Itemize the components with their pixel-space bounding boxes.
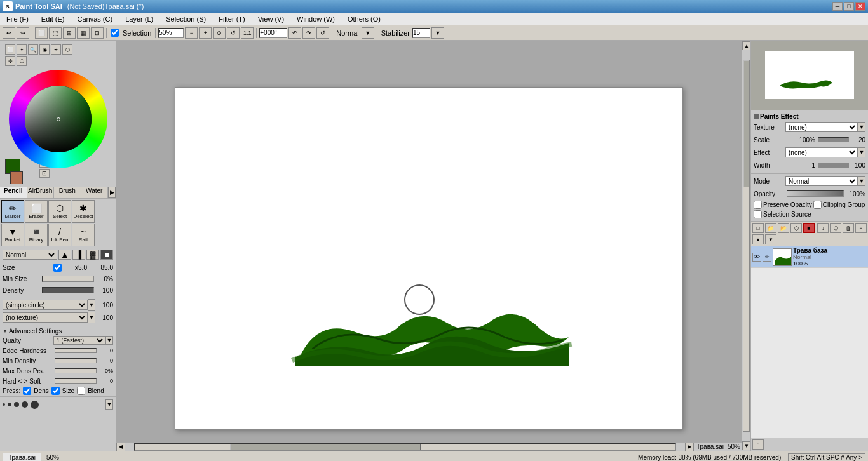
brush-shape-2[interactable]: ▐ xyxy=(72,250,85,260)
texture-effect-dropdown[interactable]: ▼ xyxy=(858,122,865,132)
rotation-input[interactable] xyxy=(259,28,287,38)
reset-colors-btn[interactable]: ⊡ xyxy=(39,169,50,178)
menu-window[interactable]: Window (W) xyxy=(293,14,339,24)
tab-pencil[interactable]: Pencil xyxy=(0,187,27,198)
duplicate-btn[interactable]: ⬡ xyxy=(830,223,841,233)
merge-down-btn[interactable]: ↓ xyxy=(817,223,829,233)
layer-extra-btn[interactable]: ⬡ xyxy=(790,223,802,233)
zoom-plus-btn[interactable]: + xyxy=(199,27,212,39)
color-square[interactable] xyxy=(25,86,92,152)
toolbar-btn-3[interactable]: ⬜ xyxy=(35,27,48,39)
menu-filter[interactable]: Filter (T) xyxy=(215,14,249,24)
width-bar[interactable] xyxy=(818,163,849,168)
document-tab[interactable]: Трава.sai xyxy=(3,453,41,462)
brush-mode-select[interactable]: Normal xyxy=(3,250,57,260)
move-tool[interactable]: ✛ xyxy=(5,56,15,66)
texture-effect-select[interactable]: (none) xyxy=(785,122,858,132)
nav-home-btn[interactable]: ⌂ xyxy=(752,439,764,450)
mode-select[interactable]: Normal xyxy=(785,176,858,186)
opacity-bar[interactable] xyxy=(787,190,844,197)
transform-tool[interactable]: ⬡ xyxy=(17,56,27,66)
tool-inkpen[interactable]: / Ink Pen xyxy=(48,224,71,246)
hard-soft-bar[interactable] xyxy=(55,378,97,384)
stabilizer-input[interactable] xyxy=(412,28,430,38)
selection-checkbox[interactable] xyxy=(111,29,119,37)
menu-others[interactable]: Others (O) xyxy=(344,14,384,24)
canvas-wrapper[interactable] xyxy=(116,41,742,442)
layer-visibility[interactable]: 👁 xyxy=(752,253,761,262)
effect-select[interactable]: (none) xyxy=(785,147,858,157)
tool-raft[interactable]: ~ Raft xyxy=(72,224,95,246)
toolbar-btn-4[interactable]: ⬚ xyxy=(49,27,62,39)
tool-scroll-btn[interactable]: ▶ xyxy=(108,187,116,198)
rot-reset-btn[interactable]: ↺ xyxy=(316,27,329,39)
brush-type-select[interactable]: (simple circle) xyxy=(3,300,88,310)
menu-layer[interactable]: Layer (L) xyxy=(121,14,157,24)
zoom-minus-btn[interactable]: − xyxy=(185,27,198,39)
h-scroll-left-btn[interactable]: ◀ xyxy=(116,443,125,451)
size-dot-3[interactable] xyxy=(14,402,19,407)
tool-deselect[interactable]: ✱ Deselect xyxy=(72,200,95,223)
color-tool-5[interactable]: ✒ xyxy=(51,44,61,55)
toolbar-btn-2[interactable]: ↪ xyxy=(17,27,29,39)
h-scroll-thumb[interactable] xyxy=(230,444,421,450)
stabilizer-dropdown[interactable]: ▼ xyxy=(431,27,444,39)
layer-menu-btn[interactable]: ≡ xyxy=(855,223,867,233)
preserve-opacity-checkbox[interactable] xyxy=(754,201,762,209)
toolbar-btn-5[interactable]: ⊞ xyxy=(63,27,76,39)
blend-checkbox[interactable] xyxy=(77,387,85,395)
color-tool-6[interactable]: ⬡ xyxy=(62,44,72,55)
size-dot-2[interactable] xyxy=(8,403,11,406)
tool-binary[interactable]: ◾ Binary xyxy=(25,224,48,246)
new-layer-btn[interactable]: □ xyxy=(752,223,764,233)
v-scroll-thumb[interactable] xyxy=(743,60,749,187)
scale-bar[interactable] xyxy=(818,137,849,142)
h-scroll-right-btn[interactable]: ▶ xyxy=(685,443,694,451)
mode-select-dropdown[interactable]: ▼ xyxy=(858,176,865,186)
effect-dropdown[interactable]: ▼ xyxy=(858,147,865,157)
delete-btn[interactable]: 🗑 xyxy=(843,223,854,233)
tab-water[interactable]: Water xyxy=(81,187,109,198)
menu-view[interactable]: View (V) xyxy=(254,14,288,24)
size-dots-scroll[interactable]: ▼ xyxy=(105,399,113,410)
zoom-reset-btn[interactable]: ↺ xyxy=(227,27,240,39)
size-check2[interactable] xyxy=(51,387,60,395)
tool-bucket[interactable]: ▼ Bucket xyxy=(1,224,24,246)
quality-dropdown[interactable]: ▼ xyxy=(105,336,113,345)
v-scroll-track[interactable] xyxy=(743,60,750,432)
zoom-100-btn[interactable]: 1:1 xyxy=(241,27,254,39)
layer-lock[interactable]: ✏ xyxy=(763,253,771,262)
new-folder-btn[interactable]: 📁 xyxy=(765,223,776,233)
brush-shape-1[interactable]: ▲ xyxy=(58,250,71,260)
quality-select[interactable]: 1 (Fastest) xyxy=(53,336,105,345)
maximize-button[interactable]: □ xyxy=(844,2,854,11)
menu-file[interactable]: File (F) xyxy=(3,14,32,24)
color-tool-4[interactable]: ◉ xyxy=(39,44,50,55)
color-tool-1[interactable]: ⬜ xyxy=(5,44,15,55)
layer-item[interactable]: 👁 ✏ Трава база Normal 100% xyxy=(751,246,868,268)
tool-marker[interactable]: ✏ Marker xyxy=(1,200,24,223)
texture-type-select[interactable]: (no texture) xyxy=(3,312,88,323)
menu-canvas[interactable]: Canvas (C) xyxy=(74,14,117,24)
menu-selection[interactable]: Selection (S) xyxy=(162,14,210,24)
max-dens-bar[interactable] xyxy=(55,368,97,373)
color-wheel-container[interactable] xyxy=(9,70,107,156)
color-tool-3[interactable]: 🔍 xyxy=(28,44,38,55)
layer-extra2-btn[interactable]: ■ xyxy=(803,223,815,233)
mode-dropdown[interactable]: ▼ xyxy=(362,27,374,39)
tab-airbrush[interactable]: AirBrush xyxy=(27,187,55,198)
rot-left-btn[interactable]: ↶ xyxy=(288,27,301,39)
toolbar-btn-6[interactable]: ▦ xyxy=(77,27,90,39)
zoom-input[interactable] xyxy=(158,28,184,38)
h-scroll-track[interactable] xyxy=(134,443,676,451)
size-dot-1[interactable] xyxy=(3,403,5,406)
clipping-group-checkbox[interactable] xyxy=(813,201,822,209)
size-dot-4[interactable] xyxy=(22,401,28,408)
toolbar-btn-1[interactable]: ↩ xyxy=(3,27,15,39)
zoom-fit-btn[interactable]: ⊙ xyxy=(213,27,226,39)
minimize-button[interactable]: ─ xyxy=(832,2,843,11)
color-tool-2[interactable]: ✦ xyxy=(17,44,27,55)
nav-canvas[interactable] xyxy=(765,51,854,99)
selection-source-checkbox[interactable] xyxy=(754,210,762,218)
min-density-bar[interactable] xyxy=(55,358,97,363)
